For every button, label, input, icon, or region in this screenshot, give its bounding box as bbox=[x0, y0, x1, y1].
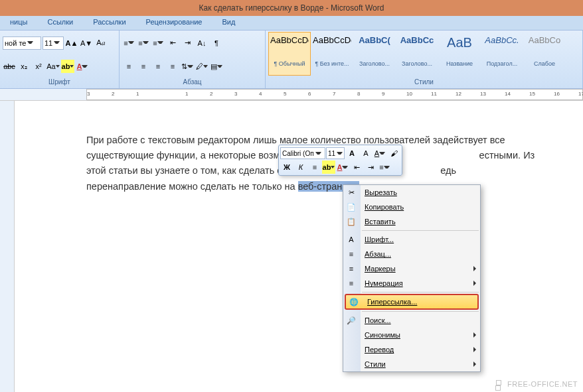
shrink-font-button[interactable]: A▼ bbox=[80, 36, 93, 50]
tab-page[interactable]: ницы bbox=[0, 16, 37, 30]
align-center-button[interactable]: ≡ bbox=[137, 60, 150, 73]
search-icon: 🔎 bbox=[346, 315, 357, 326]
horizontal-ruler[interactable]: 3211234567891011121314151617 bbox=[0, 89, 583, 101]
ctx-paste[interactable]: 📋Вставить bbox=[343, 214, 480, 229]
ctx-translate[interactable]: Перевод bbox=[343, 342, 480, 357]
mini-font-combo[interactable]: Calibri (Оп bbox=[280, 147, 325, 159]
ruler-tick: 2 bbox=[112, 91, 114, 97]
style-no-spacing[interactable]: AaBbCcDc¶ Без инте... bbox=[311, 32, 353, 76]
ruler-tick: 8 bbox=[357, 91, 360, 97]
ctx-styles[interactable]: Стили bbox=[343, 357, 480, 371]
ribbon: ной те 11 A▲ A▼ A𝑎 abc x₂ x² Aa ab A Шри… bbox=[0, 31, 583, 89]
styles-group-label: Стили bbox=[268, 78, 580, 87]
mini-center[interactable]: ≡ bbox=[308, 161, 321, 174]
mini-increase-indent[interactable]: ⇥ bbox=[364, 161, 377, 174]
strikethrough-button[interactable]: abc bbox=[3, 60, 16, 73]
paragraph-group: ≡ ≡ ≡ ⇤ ⇥ A↓ ¶ ≡ ≡ ≡ ≡ ⇅ 🖊 ▤ Абзац bbox=[120, 31, 266, 88]
mini-format-painter[interactable]: 🖌 bbox=[387, 147, 400, 160]
style-heading2[interactable]: AaBbCcЗаголово... bbox=[396, 32, 438, 76]
tab-references[interactable]: Ссылки bbox=[37, 16, 83, 30]
font-group: ной те 11 A▲ A▼ A𝑎 abc x₂ x² Aa ab A Шри… bbox=[0, 31, 120, 88]
submenu-arrow-icon bbox=[473, 281, 476, 286]
ruler-tick: 11 bbox=[431, 91, 437, 97]
copy-icon: 📄 bbox=[346, 202, 357, 212]
font-size-combo[interactable]: 11 bbox=[42, 36, 64, 50]
ruler-tick: 15 bbox=[529, 91, 535, 97]
ruler-tick: 1 bbox=[185, 91, 188, 97]
change-case-button[interactable]: Aa bbox=[46, 60, 60, 73]
submenu-arrow-icon bbox=[473, 266, 476, 271]
tab-mailings[interactable]: Рассылки bbox=[83, 16, 135, 30]
ruler-tick: 3 bbox=[234, 91, 237, 97]
mini-shrink-font[interactable]: A bbox=[359, 147, 373, 160]
ribbon-tabs: ницы Ссылки Рассылки Рецензирование Вид bbox=[0, 16, 583, 31]
tab-review[interactable]: Рецензирование bbox=[136, 16, 212, 30]
bullets-button[interactable]: ≡ bbox=[122, 36, 135, 50]
mini-decrease-indent[interactable]: ⇤ bbox=[350, 161, 363, 174]
ctx-synonyms[interactable]: Синонимы bbox=[343, 328, 480, 342]
ctx-bullets[interactable]: ≡Маркеры bbox=[343, 261, 480, 276]
mini-highlight[interactable]: ab bbox=[322, 161, 335, 174]
windows-icon bbox=[496, 380, 505, 389]
ruler-tick: 3 bbox=[87, 91, 90, 97]
shading-button[interactable]: 🖊 bbox=[195, 60, 208, 73]
paragraph-icon: ≡ bbox=[346, 249, 357, 259]
submenu-arrow-icon bbox=[473, 332, 476, 338]
ruler-tick: 2 bbox=[210, 91, 212, 97]
bullets-icon: ≡ bbox=[346, 263, 357, 274]
mini-size-combo[interactable]: 11 bbox=[326, 147, 345, 159]
highlight-button[interactable]: ab bbox=[61, 60, 74, 73]
grow-font-button[interactable]: A▲ bbox=[65, 36, 78, 50]
paste-icon: 📋 bbox=[346, 216, 357, 227]
ctx-font[interactable]: AШрифт... bbox=[343, 232, 480, 247]
title-bar: Как сделать гиперссылку в Ворде - Micros… bbox=[0, 0, 583, 16]
font-color-button[interactable]: A bbox=[76, 60, 89, 73]
decrease-indent-button[interactable]: ⇤ bbox=[166, 36, 179, 50]
submenu-arrow-icon bbox=[473, 347, 476, 352]
ruler-tick: 5 bbox=[284, 91, 286, 97]
mini-grow-font[interactable]: A bbox=[345, 147, 359, 160]
clear-formatting-button[interactable]: A𝑎 bbox=[94, 36, 108, 50]
ruler-tick: 4 bbox=[259, 91, 262, 97]
left-margin bbox=[0, 101, 15, 392]
ctx-hyperlink[interactable]: 🌐Гиперссылка... bbox=[345, 294, 479, 310]
numbering-button[interactable]: ≡ bbox=[137, 36, 150, 50]
align-left-button[interactable]: ≡ bbox=[122, 60, 135, 73]
ctx-paragraph[interactable]: ≡Абзац... bbox=[343, 247, 480, 261]
mini-font-color[interactable]: A bbox=[336, 161, 349, 174]
borders-button[interactable]: ▤ bbox=[210, 60, 223, 73]
ruler-tick: 7 bbox=[333, 91, 335, 97]
styles-gallery[interactable]: AaBbCcDc¶ Обычный AaBbCcDc¶ Без инте... … bbox=[268, 32, 580, 76]
ruler-tick: 9 bbox=[382, 91, 384, 97]
style-subtitle[interactable]: AaBbCc.Подзагол... bbox=[481, 32, 523, 76]
multilevel-list-button[interactable]: ≡ bbox=[151, 36, 165, 50]
tab-view[interactable]: Вид bbox=[212, 16, 246, 30]
ctx-copy[interactable]: 📄Копировать bbox=[343, 200, 480, 214]
subscript-button[interactable]: x₂ bbox=[17, 60, 31, 73]
font-icon: A bbox=[346, 234, 357, 245]
line-spacing-button[interactable]: ⇅ bbox=[181, 60, 194, 73]
style-normal[interactable]: AaBbCcDc¶ Обычный bbox=[268, 32, 311, 76]
ruler-tick: 16 bbox=[554, 91, 560, 97]
ruler-tick: 12 bbox=[456, 91, 461, 97]
style-title[interactable]: AaBНазвание bbox=[438, 32, 481, 76]
justify-button[interactable]: ≡ bbox=[166, 60, 179, 73]
show-marks-button[interactable]: ¶ bbox=[210, 36, 223, 50]
submenu-arrow-icon bbox=[473, 361, 476, 367]
sort-button[interactable]: A↓ bbox=[195, 36, 208, 50]
align-right-button[interactable]: ≡ bbox=[151, 60, 165, 73]
mini-bold[interactable]: Ж bbox=[280, 161, 293, 174]
style-subtle[interactable]: AaBbCoСлабое bbox=[523, 32, 566, 76]
increase-indent-button[interactable]: ⇥ bbox=[181, 36, 194, 50]
ctx-cut[interactable]: ✂Вырезать bbox=[343, 185, 480, 200]
numbering-icon: ≡ bbox=[346, 278, 357, 289]
mini-italic[interactable]: К bbox=[294, 161, 307, 174]
mini-styles[interactable]: A bbox=[373, 147, 386, 160]
style-heading1[interactable]: AaBbC(Заголово... bbox=[353, 32, 396, 76]
ctx-numbering[interactable]: ≡Нумерация bbox=[343, 276, 480, 291]
font-name-combo[interactable]: ной те bbox=[3, 36, 41, 50]
ctx-lookup[interactable]: 🔎Поиск... bbox=[343, 313, 480, 328]
superscript-button[interactable]: x² bbox=[32, 60, 45, 73]
mini-bullets[interactable]: ≡ bbox=[378, 161, 391, 174]
font-group-label: Шрифт bbox=[3, 78, 116, 87]
